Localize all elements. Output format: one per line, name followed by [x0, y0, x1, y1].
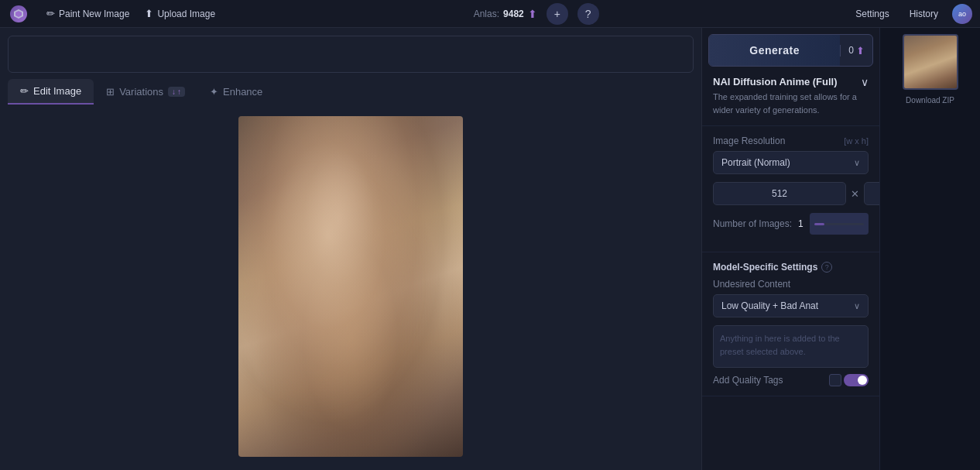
anlas-display: Anlas: 9482 ⬆	[474, 8, 537, 20]
badge-icon2: ↑	[177, 87, 181, 96]
upload-icon: ⬆	[145, 8, 153, 19]
width-input[interactable]	[713, 182, 846, 205]
height-input[interactable]	[864, 182, 879, 205]
model-specific-section: Model-Specific Settings ? Undesired Cont…	[702, 252, 879, 396]
settings-button[interactable]: Settings	[849, 5, 895, 22]
resolution-label: Image Resolution	[713, 136, 785, 146]
top-navigation: ✏ Paint New Image ⬆ Upload Image Anlas: …	[0, 0, 980, 28]
cost-badge: 0 ⬆	[840, 45, 872, 57]
avatar-text: ao	[958, 10, 966, 18]
paint-new-image-button[interactable]: ✏ Paint New Image	[39, 5, 137, 22]
badge-icon: ↓	[172, 87, 176, 96]
anlas-label: Anlas:	[474, 9, 499, 19]
tab-bar: ✏ Edit Image ⊞ Variations ↓ ↑ ✦ Enhance	[8, 79, 694, 105]
left-panel: ✏ Edit Image ⊞ Variations ↓ ↑ ✦ Enhance	[0, 28, 701, 470]
undesired-content-input[interactable]: Anything in here is added to the preset …	[713, 325, 869, 368]
settings-panel: Generate 0 ⬆ NAI Diffusion Anime (Full) …	[701, 28, 879, 470]
toggle-knob	[858, 376, 867, 385]
anlas-value: 9482	[503, 9, 524, 19]
nav-right: Settings History ao	[849, 4, 972, 24]
undesired-content-dropdown[interactable]: Low Quality + Bad Anat ∨	[713, 294, 869, 317]
cost-icon: ⬆	[856, 45, 865, 57]
resolution-preset-dropdown[interactable]: Portrait (Normal) ∨	[713, 151, 869, 174]
toggle-off-state	[829, 374, 841, 386]
avatar[interactable]: ao	[952, 4, 972, 24]
logo-shape	[10, 5, 27, 22]
tab-variations[interactable]: ⊞ Variations ↓ ↑	[94, 79, 197, 105]
nav-center: Anlas: 9482 ⬆ + ?	[223, 3, 849, 25]
edit-icon: ✏	[20, 85, 29, 97]
main-layout: ✏ Edit Image ⊞ Variations ↓ ↑ ✦ Enhance	[0, 28, 980, 470]
model-info-section: NAI Diffusion Anime (Full) The expanded …	[702, 67, 879, 126]
placeholder-text: Anything in here is added to the preset …	[720, 334, 840, 356]
anlas-icon: ⬆	[528, 8, 537, 20]
tab-enhance[interactable]: ✦ Enhance	[197, 79, 275, 105]
model-specific-help-icon[interactable]: ?	[821, 262, 832, 273]
model-expand-button[interactable]: ∨	[861, 76, 869, 88]
model-specific-label: Model-Specific Settings	[713, 262, 817, 273]
dropdown-arrow-icon: ∨	[854, 158, 860, 168]
tab-edit-image-label: Edit Image	[33, 85, 81, 97]
quality-tags-toggle[interactable]	[829, 374, 869, 386]
model-name: NAI Diffusion Anime (Full)	[713, 76, 861, 87]
generate-button[interactable]: Generate	[709, 35, 840, 66]
cost-value: 0	[848, 45, 854, 56]
tab-edit-image[interactable]: ✏ Edit Image	[8, 79, 94, 105]
prompt-input[interactable]	[18, 49, 684, 60]
canvas-image	[238, 116, 463, 457]
paint-new-image-label: Paint New Image	[59, 9, 129, 19]
upload-image-button[interactable]: ⬆ Upload Image	[137, 5, 223, 22]
help-icon: ?	[585, 8, 591, 20]
paint-icon: ✏	[46, 8, 55, 19]
tab-variations-label: Variations	[119, 86, 163, 98]
undesired-preset-label: Low Quality + Bad Anat	[721, 300, 818, 311]
history-label: History	[910, 9, 938, 19]
download-zip-label: Download ZIP	[906, 96, 954, 105]
enhance-icon: ✦	[210, 86, 218, 98]
upload-image-label: Upload Image	[157, 9, 215, 19]
undesired-content-label: Undesired Content	[713, 279, 869, 290]
history-button[interactable]: History	[903, 5, 944, 22]
add-button[interactable]: +	[547, 3, 568, 25]
resolution-x-separator: ✕	[849, 188, 861, 200]
num-images-slider[interactable]	[810, 213, 869, 235]
resolution-hint: [w x h]	[844, 136, 869, 146]
generate-button-container: Generate 0 ⬆	[708, 34, 873, 67]
num-images-label: Number of Images:	[713, 218, 792, 229]
resolution-section: Image Resolution [w x h] Portrait (Norma…	[702, 126, 879, 252]
generate-section: Generate 0 ⬆	[702, 28, 879, 67]
resolution-inputs: ✕	[713, 182, 869, 205]
history-panel: Download ZIP	[879, 28, 980, 470]
resolution-preset-label: Portrait (Normal)	[721, 157, 790, 168]
toggle-on-state[interactable]	[844, 374, 869, 386]
logo	[8, 3, 29, 25]
tab-enhance-label: Enhance	[223, 86, 262, 98]
quality-tags-row: Add Quality Tags	[713, 374, 869, 386]
variations-icon: ⊞	[106, 86, 115, 98]
prompt-area	[8, 36, 694, 73]
variations-badge: ↓ ↑	[168, 87, 185, 97]
canvas-area	[8, 111, 694, 462]
model-desc: The expanded training set allows for a w…	[713, 91, 861, 116]
add-icon: +	[554, 8, 560, 20]
num-images-value: 1	[798, 218, 804, 229]
num-images-row: Number of Images: 1	[713, 213, 869, 235]
quality-tags-label: Add Quality Tags	[713, 375, 783, 386]
model-specific-header: Model-Specific Settings ?	[713, 262, 869, 273]
download-zip-button[interactable]: Download ZIP	[906, 96, 954, 105]
settings-label: Settings	[855, 9, 889, 19]
generate-label: Generate	[749, 44, 800, 57]
help-button[interactable]: ?	[577, 3, 599, 25]
undesired-dropdown-arrow-icon: ∨	[854, 301, 860, 311]
history-thumbnail[interactable]	[903, 34, 958, 90]
resolution-header: Image Resolution [w x h]	[713, 136, 869, 146]
